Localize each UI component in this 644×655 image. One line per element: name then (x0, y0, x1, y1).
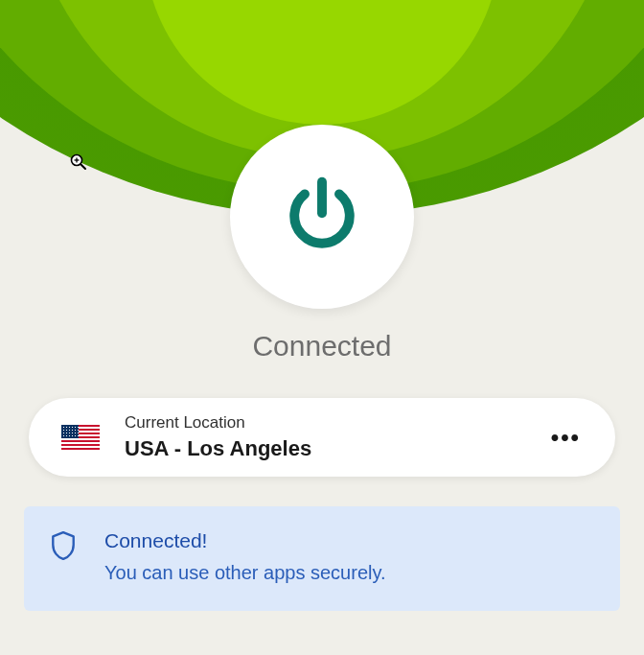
power-icon (279, 172, 365, 262)
magnify-icon (70, 153, 87, 175)
svg-line-1 (80, 164, 85, 169)
info-subtitle: You can use other apps securely. (104, 562, 386, 584)
location-label: Current Location (125, 413, 543, 433)
connection-status: Connected (0, 330, 644, 363)
power-button[interactable] (230, 125, 414, 309)
info-text: Connected! You can use other apps secure… (104, 529, 386, 584)
info-title: Connected! (104, 529, 386, 552)
location-value: USA - Los Angeles (125, 436, 543, 461)
location-text: Current Location USA - Los Angeles (125, 413, 543, 461)
flag-usa-icon (61, 425, 100, 450)
more-icon[interactable]: ••• (543, 418, 588, 456)
location-selector[interactable]: Current Location USA - Los Angeles ••• (29, 398, 615, 477)
info-banner: Connected! You can use other apps secure… (24, 506, 620, 611)
shield-icon (51, 529, 76, 564)
